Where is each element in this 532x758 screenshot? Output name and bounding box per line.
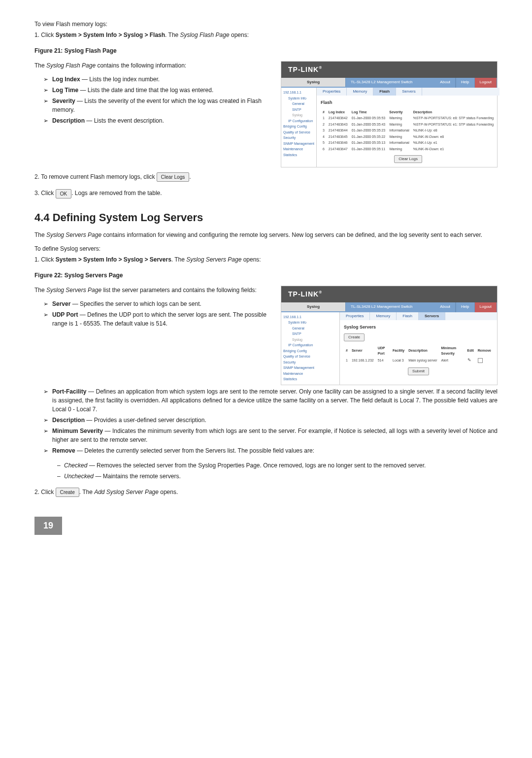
c: 01-Jan-2000 05:35:22 bbox=[350, 134, 388, 140]
portfac-t: — Defines an application from which syst… bbox=[52, 388, 498, 413]
c: Warning bbox=[387, 115, 411, 122]
flash-page-intro: The Syslog Flash Page contains the follo… bbox=[34, 61, 270, 70]
nav-qos[interactable]: Quality of Service bbox=[283, 130, 314, 135]
c: 01-Jan-2000 05:35:43 bbox=[350, 122, 388, 128]
flash-step1-mid: . The bbox=[165, 32, 180, 38]
device-subtitle: TL-SL3428 L2 Management Switch bbox=[346, 78, 435, 88]
fs2-prefix: 2. To remove current Flash memory logs, … bbox=[34, 173, 157, 180]
clear-logs-button[interactable]: Clear Logs bbox=[394, 155, 422, 163]
nav-tree[interactable]: 192.168.1.1 System Info General SNTP Sys… bbox=[281, 88, 317, 167]
about-link[interactable]: About bbox=[435, 78, 456, 88]
help-link-2[interactable]: Help bbox=[456, 302, 474, 312]
servers-subintro: To define Syslog servers: bbox=[34, 244, 498, 253]
create-button[interactable]: Create bbox=[344, 333, 365, 341]
logout-link-2[interactable]: Logout bbox=[475, 302, 497, 312]
submit-button[interactable]: Submit bbox=[408, 367, 429, 375]
ok-inline-button[interactable]: OK bbox=[56, 189, 71, 198]
clear-logs-inline-button[interactable]: Clear Logs bbox=[157, 172, 189, 182]
nav-snmp[interactable]: SNMP Management bbox=[283, 141, 314, 147]
col-logtime: Log Time bbox=[350, 109, 388, 116]
nav-security[interactable]: Security bbox=[283, 135, 314, 141]
tab-servers[interactable]: Servers bbox=[396, 88, 422, 96]
flash-field-bullets: Log Index — Lists the log index number. … bbox=[34, 75, 270, 125]
nav-qos-2[interactable]: Quality of Service bbox=[283, 354, 337, 360]
c: 01-Jan-2000 05:35:11 bbox=[350, 146, 388, 153]
nav-sysinfo-2[interactable]: System Info bbox=[283, 320, 337, 326]
brand-logo: TP-LINK® bbox=[281, 62, 497, 78]
c: 01-Jan-2000 05:35:13 bbox=[350, 140, 388, 146]
log-time-t: — Lists the date and time that the log w… bbox=[78, 87, 213, 94]
c: Informational bbox=[387, 128, 411, 134]
nav-bridging-2[interactable]: Bridging Config bbox=[283, 349, 337, 354]
nav-maint[interactable]: Maintenance bbox=[283, 147, 314, 152]
spi1: The bbox=[34, 287, 46, 294]
col-idx: # bbox=[321, 109, 327, 116]
nav-root-2[interactable]: 192.168.1.1 bbox=[283, 315, 337, 320]
nav-sysinfo[interactable]: System Info bbox=[283, 96, 314, 101]
tab-properties-2[interactable]: Properties bbox=[340, 312, 370, 320]
nav-heading: Syslog bbox=[281, 78, 346, 87]
tab-properties[interactable]: Properties bbox=[317, 88, 347, 96]
figure-21-screenshot: TP-LINK® Syslog TL-SL3428 L2 Management … bbox=[281, 61, 498, 167]
nav-security-2[interactable]: Security bbox=[283, 360, 337, 365]
remove-checkbox[interactable] bbox=[476, 357, 493, 364]
table-row: 5214748364601-Jan-2000 05:35:13Informati… bbox=[321, 140, 496, 146]
figure-22-screenshot: TP-LINK® Syslog TL-SL3428 L2 Management … bbox=[281, 286, 498, 385]
col-description: Description bbox=[411, 109, 496, 116]
c: 2147483646 bbox=[327, 140, 350, 146]
tab-memory[interactable]: Memory bbox=[347, 88, 373, 96]
ss1-bold: System > System Info > Syslog > Servers bbox=[56, 256, 171, 263]
nav-stats[interactable]: Statistics bbox=[283, 153, 314, 158]
tab-memory-2[interactable]: Memory bbox=[370, 312, 397, 320]
servers-intro-para: The Syslog Servers Page contains informa… bbox=[34, 231, 498, 239]
nav-root[interactable]: 192.168.1.1 bbox=[283, 90, 314, 96]
nav-syslog-2[interactable]: Syslog bbox=[283, 337, 337, 343]
flash-step-3: 3. Click OK. Logs are removed from the t… bbox=[34, 189, 498, 198]
tab-flash[interactable]: Flash bbox=[373, 88, 396, 96]
servers-table: # Server UDP Port Facility Description M… bbox=[344, 345, 493, 364]
servers-step-2: 2. Click Create. The Add Syslog Server P… bbox=[34, 488, 498, 497]
flash-pane-heading: Flash bbox=[321, 99, 496, 106]
sc: Local 3 bbox=[391, 357, 406, 364]
create-inline-button[interactable]: Create bbox=[56, 488, 79, 497]
section-4-4-heading: 4.4 Defining System Log Servers bbox=[34, 209, 498, 226]
flash-step-1: 1. Click System > System Info > Syslog >… bbox=[34, 31, 498, 39]
servers-step-1: 1. Click System > System Info > Syslog >… bbox=[34, 255, 498, 264]
ss2-prefix: 2. Click bbox=[34, 489, 56, 495]
nav-stats-2[interactable]: Statistics bbox=[283, 377, 337, 382]
nav-syslog[interactable]: Syslog bbox=[283, 113, 314, 118]
edit-icon[interactable]: ✎ bbox=[466, 357, 476, 364]
nav-ipconf-2[interactable]: IP Configuration bbox=[283, 343, 337, 348]
remove-t: — Deletes the currently selected server … bbox=[75, 447, 314, 454]
c: 2147483647 bbox=[327, 146, 350, 153]
c: Warning bbox=[387, 122, 411, 128]
c: 4 bbox=[321, 134, 327, 140]
tab-servers-2[interactable]: Servers bbox=[419, 312, 445, 320]
scol-udp: UDP Port bbox=[376, 345, 391, 357]
flash-step-2: 2. To remove current Flash memory logs, … bbox=[34, 172, 498, 182]
c: %STP-W-PORTSTATUS: e8: STP status Forwar… bbox=[411, 115, 496, 122]
sc: 1 bbox=[344, 357, 350, 364]
nav-bridging[interactable]: Bridging Config bbox=[283, 124, 314, 130]
nav-snmp-2[interactable]: SNMP Management bbox=[283, 365, 337, 371]
help-link[interactable]: Help bbox=[456, 78, 474, 88]
nav-sntp[interactable]: SNTP bbox=[283, 107, 314, 113]
table-row: 2214748364301-Jan-2000 05:35:43Warning%S… bbox=[321, 122, 496, 128]
c: %STP-W-PORTSTATUS: e1: STP status Forwar… bbox=[411, 122, 496, 128]
nav-tree-2[interactable]: 192.168.1.1 System Info General SNTP Sys… bbox=[281, 312, 340, 385]
logout-link[interactable]: Logout bbox=[475, 78, 497, 88]
nav-maint-2[interactable]: Maintenance bbox=[283, 371, 337, 377]
ss1-mid: . The bbox=[171, 256, 186, 263]
fpi-2: contains the following information: bbox=[96, 62, 186, 69]
nav-general-2[interactable]: General bbox=[283, 326, 337, 331]
nav-ipconf[interactable]: IP Configuration bbox=[283, 119, 314, 124]
servers-sublist: Checked — Removes the selected server fr… bbox=[34, 461, 498, 481]
udp-t: — Defines the UDP port to which the serv… bbox=[52, 311, 266, 327]
nav-sntp-2[interactable]: SNTP bbox=[283, 331, 337, 337]
tab-flash-2[interactable]: Flash bbox=[397, 312, 419, 320]
about-link-2[interactable]: About bbox=[435, 302, 456, 312]
nav-general[interactable]: General bbox=[283, 101, 314, 107]
flash-step1-bold: System > System Info > Syslog > Flash bbox=[56, 32, 165, 38]
servers-left-bullets: Server — Specifies the server to which l… bbox=[34, 299, 270, 328]
figure-21-title: Figure 21: Syslog Flash Page bbox=[34, 46, 498, 55]
